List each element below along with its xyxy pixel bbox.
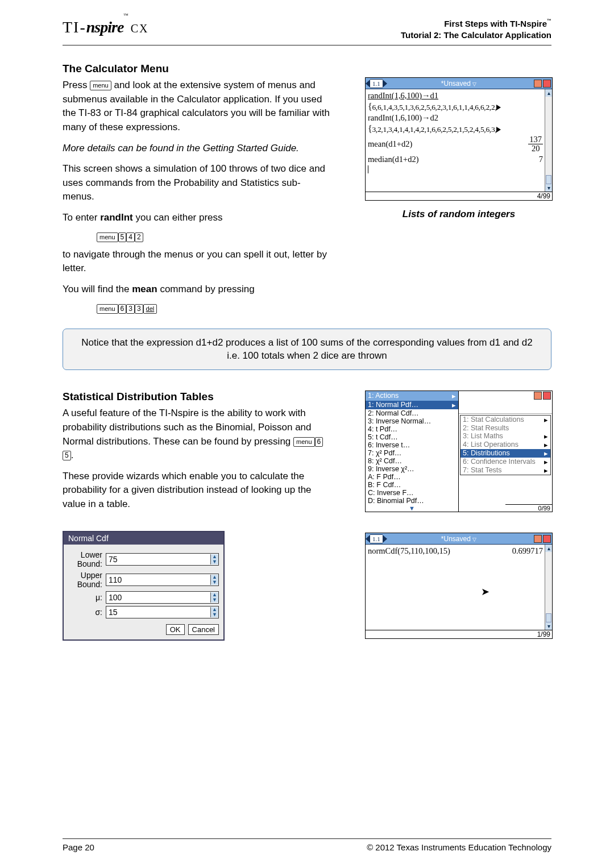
info-callout: Notice that the expression d1+d2 produce… xyxy=(63,329,551,371)
calc-body: randInt(1,6,100)→d1 {6,6,1,4,3,5,1,3,6,2… xyxy=(366,89,552,192)
upper-bound-field[interactable]: ▲▼ xyxy=(106,574,219,586)
scroll-down-icon[interactable]: ▾ xyxy=(545,184,552,192)
key-menu xyxy=(97,232,118,242)
tab-next-icon xyxy=(383,80,387,88)
ok-button[interactable]: OK xyxy=(166,624,185,635)
lower-bound-field[interactable]: ▲▼ xyxy=(106,553,219,566)
menu-item-f-pdf[interactable]: A: F Pdf… xyxy=(366,473,458,481)
submenu-distributions[interactable]: 5: Distributions▸ xyxy=(460,449,550,458)
menu-item-inverse-chi2[interactable]: 9: Inverse χ²… xyxy=(366,465,458,473)
battery-icon xyxy=(534,392,542,400)
logo-ti: TI- xyxy=(63,18,86,36)
more-right-icon xyxy=(496,105,501,110)
screenshot-random-lists: 1.1 *Unsaved ▽ randInt(1,6,100)→d1 {6,6,… xyxy=(365,77,553,220)
menu-item-normal-cdf[interactable]: 2: Normal Cdf… xyxy=(366,409,458,417)
submenu-list-operations[interactable]: 4: List Operations▸ xyxy=(460,441,550,449)
para-randint-intro: To enter randInt you can either press xyxy=(63,211,330,225)
key-4 xyxy=(126,232,135,242)
menu-item-t-pdf[interactable]: 4: t Pdf… xyxy=(366,425,458,433)
calc-result-median: 7 xyxy=(539,155,543,164)
calc-status: 4/99 xyxy=(366,192,552,200)
menu-item-inverse-f[interactable]: C: Inverse F… xyxy=(366,489,458,497)
scroll-up-icon[interactable]: ▴ xyxy=(545,89,552,97)
menu-left-column: 1: Actions▸ 1: Normal Pdf…▸ 2: Normal Cd… xyxy=(366,391,459,512)
battery-icon xyxy=(534,80,542,88)
para-press-menu: Press and look at the extensive system o… xyxy=(63,78,330,135)
menu-item-f-cdf[interactable]: B: F Cdf… xyxy=(366,481,458,489)
menu-item-inverse-t[interactable]: 6: Inverse t… xyxy=(366,441,458,449)
key-menu xyxy=(293,437,315,447)
tab-next-icon xyxy=(383,535,387,543)
submenu-list-maths[interactable]: 3: List Maths▸ xyxy=(460,432,550,441)
key-6 xyxy=(315,437,323,447)
calc-tab-label: 1.1 xyxy=(370,79,383,88)
calc-list-d1: {6,6,1,4,3,5,1,3,6,2,5,6,2,3,1,6,1,1,4,6… xyxy=(368,102,501,112)
cancel-button[interactable]: Cancel xyxy=(188,624,219,635)
wizard-title: Normal Cdf xyxy=(64,532,223,545)
mu-label: μ: xyxy=(68,593,102,602)
section-calculator-menu: The Calculator Menu Press and look at th… xyxy=(63,63,551,314)
lower-bound-input[interactable] xyxy=(106,554,210,565)
key-del xyxy=(143,304,157,314)
calc-screen-1: 1.1 *Unsaved ▽ randInt(1,6,100)→d1 {6,6,… xyxy=(365,77,553,201)
submenu-stat-calculations[interactable]: 1: Stat Calculations▸ xyxy=(460,416,550,424)
key-3 xyxy=(135,304,143,314)
close-icon xyxy=(543,80,551,88)
scrollbar[interactable]: ▴ ▾ xyxy=(545,89,552,192)
key-menu xyxy=(97,304,118,314)
spinner[interactable]: ▲▼ xyxy=(210,607,218,617)
doc-title-line1: First Steps with TI-Nspire xyxy=(444,19,547,28)
sigma-input[interactable] xyxy=(106,607,210,618)
calc-result-normcdf: 0.699717 xyxy=(512,546,543,556)
header-rule xyxy=(63,45,551,45)
spinner[interactable]: ▲▼ xyxy=(210,575,218,585)
upper-bound-input[interactable] xyxy=(106,574,210,585)
para-wizards: These provide wizards which enable you t… xyxy=(63,470,330,512)
sigma-field[interactable]: ▲▼ xyxy=(106,606,219,618)
para-navigate: to navigate through the menus or you can… xyxy=(63,248,330,276)
scroll-thumb[interactable] xyxy=(546,175,551,184)
page-number: Page 20 xyxy=(63,842,94,852)
more-right-icon xyxy=(496,127,501,132)
calc-titlebar: 1.1 *Unsaved ▽ xyxy=(366,78,552,89)
calc-list-d2: {3,2,1,3,4,1,4,1,4,2,1,6,6,2,5,2,1,5,2,4… xyxy=(368,124,501,134)
mu-input[interactable] xyxy=(106,592,210,603)
calc-doc-name: *Unsaved ▽ xyxy=(441,535,476,543)
cursor-pointer-icon: ➤ xyxy=(481,585,489,598)
doc-title-line2: Tutorial 2: The Calculator Application xyxy=(401,30,551,41)
submenu-stat-results[interactable]: 2: Stat Results xyxy=(460,424,550,432)
logo-trademark: ™ xyxy=(123,13,128,18)
calc-expr-randint1: randInt(1,6,100)→d1 xyxy=(368,91,438,101)
key-5 xyxy=(63,451,71,460)
spinner[interactable]: ▲▼ xyxy=(210,592,218,603)
brand-logo: TI-nspire™CX xyxy=(63,18,148,36)
key-menu xyxy=(90,81,111,90)
sigma-label: σ: xyxy=(68,608,102,617)
menu-item-inverse-normal[interactable]: 3: Inverse Normal… xyxy=(366,417,458,425)
key-3 xyxy=(126,304,135,314)
scrollbar[interactable]: ▴ ▾ xyxy=(545,545,552,630)
scroll-down-icon[interactable]: ▾ xyxy=(545,622,552,630)
spinner[interactable]: ▲▼ xyxy=(210,554,218,564)
para-simulation: This screen shows a simulation of 100 th… xyxy=(63,162,330,204)
submenu-confidence-intervals[interactable]: 6: Confidence Intervals▸ xyxy=(460,458,550,466)
lower-bound-label: Lower Bound: xyxy=(68,550,102,568)
submenu-stat-tests[interactable]: 7: Stat Tests▸ xyxy=(460,466,550,475)
scroll-thumb[interactable] xyxy=(546,613,551,622)
menu-item-normal-pdf[interactable]: 1: Normal Pdf…▸ xyxy=(366,401,458,409)
submenu-stat: 1: Stat Calculations▸ 2: Stat Results 3:… xyxy=(460,415,551,475)
calc-title-icons xyxy=(534,392,551,400)
menu-item-chi2-pdf[interactable]: 7: χ² Pdf… xyxy=(366,449,458,457)
mu-field[interactable]: ▲▼ xyxy=(106,591,219,604)
menu-item-chi2-cdf[interactable]: 8: χ² Cdf… xyxy=(366,457,458,465)
menu-scroll-down-icon[interactable]: ▼ xyxy=(366,505,458,512)
scroll-up-icon[interactable]: ▴ xyxy=(545,545,552,552)
calc-expr-mean: mean(d1+d2) xyxy=(368,139,412,149)
calc-screen-3: 1.1 *Unsaved ▽ normCdf(75,110,100,15) 0.… xyxy=(365,533,553,639)
calc-expr-randint2: randInt(1,6,100)→d2 xyxy=(368,113,438,123)
menu-item-binomial-pdf[interactable]: D: Binomial Pdf… xyxy=(366,497,458,505)
tab-prev-icon xyxy=(366,80,370,88)
para-getting-started: More details can be found in the Getting… xyxy=(63,142,330,156)
close-icon xyxy=(543,535,551,543)
menu-item-t-cdf[interactable]: 5: t Cdf… xyxy=(366,433,458,441)
